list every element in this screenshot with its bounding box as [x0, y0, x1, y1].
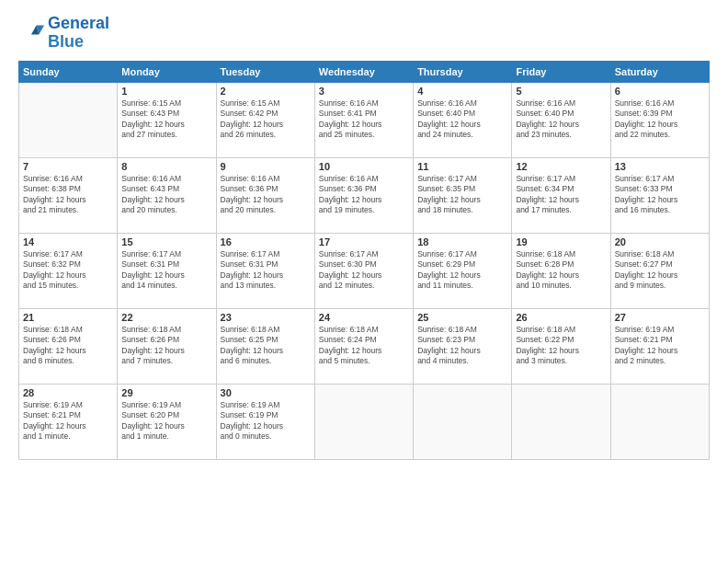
day-info: Sunrise: 6:15 AM Sunset: 6:42 PM Dayligh…: [221, 98, 311, 141]
calendar-cell: [512, 384, 610, 459]
calendar-cell: 4Sunrise: 6:16 AM Sunset: 6:40 PM Daylig…: [414, 82, 512, 157]
day-number: 2: [221, 86, 311, 97]
day-number: 3: [319, 86, 409, 97]
week-row-1: 7Sunrise: 6:16 AM Sunset: 6:38 PM Daylig…: [19, 157, 710, 233]
day-number: 29: [121, 387, 211, 398]
day-number: 10: [319, 161, 409, 172]
calendar-cell: 29Sunrise: 6:19 AM Sunset: 6:20 PM Dayli…: [118, 384, 216, 459]
calendar-cell: 28Sunrise: 6:19 AM Sunset: 6:21 PM Dayli…: [19, 384, 118, 459]
day-number: 19: [516, 236, 606, 247]
day-number: 16: [221, 236, 311, 247]
day-info: Sunrise: 6:18 AM Sunset: 6:27 PM Dayligh…: [615, 249, 705, 292]
day-number: 7: [23, 161, 113, 172]
day-number: 11: [417, 161, 507, 172]
day-info: Sunrise: 6:18 AM Sunset: 6:23 PM Dayligh…: [417, 325, 507, 367]
calendar-cell: 20Sunrise: 6:18 AM Sunset: 6:27 PM Dayli…: [610, 233, 709, 308]
calendar: SundayMondayTuesdayWednesdayThursdayFrid…: [18, 61, 710, 460]
day-info: Sunrise: 6:16 AM Sunset: 6:38 PM Dayligh…: [23, 174, 113, 216]
logo-text: General Blue: [48, 15, 109, 52]
day-info: Sunrise: 6:17 AM Sunset: 6:29 PM Dayligh…: [417, 249, 507, 292]
logo: General Blue: [18, 15, 109, 52]
day-header-tuesday: Tuesday: [216, 61, 314, 82]
calendar-cell: 6Sunrise: 6:16 AM Sunset: 6:39 PM Daylig…: [610, 82, 709, 157]
day-header-monday: Monday: [118, 61, 216, 82]
calendar-cell: 25Sunrise: 6:18 AM Sunset: 6:23 PM Dayli…: [414, 308, 512, 384]
day-info: Sunrise: 6:18 AM Sunset: 6:28 PM Dayligh…: [516, 249, 606, 292]
day-info: Sunrise: 6:19 AM Sunset: 6:21 PM Dayligh…: [23, 400, 113, 442]
day-info: Sunrise: 6:18 AM Sunset: 6:26 PM Dayligh…: [121, 325, 211, 367]
page: General Blue SundayMondayTuesdayWednesda…: [0, 0, 728, 563]
day-number: 5: [516, 86, 606, 97]
day-number: 21: [23, 312, 113, 323]
calendar-cell: 19Sunrise: 6:18 AM Sunset: 6:28 PM Dayli…: [512, 233, 610, 308]
day-info: Sunrise: 6:17 AM Sunset: 6:33 PM Dayligh…: [615, 174, 705, 216]
day-number: 15: [121, 236, 211, 247]
day-number: 27: [615, 312, 705, 323]
day-number: 26: [516, 312, 606, 323]
header: General Blue: [18, 15, 710, 52]
week-row-2: 14Sunrise: 6:17 AM Sunset: 6:32 PM Dayli…: [19, 233, 710, 308]
week-row-4: 28Sunrise: 6:19 AM Sunset: 6:21 PM Dayli…: [19, 384, 710, 459]
day-info: Sunrise: 6:17 AM Sunset: 6:35 PM Dayligh…: [417, 174, 507, 216]
calendar-cell: 24Sunrise: 6:18 AM Sunset: 6:24 PM Dayli…: [314, 308, 413, 384]
day-number: 9: [221, 161, 311, 172]
calendar-body: 1Sunrise: 6:15 AM Sunset: 6:43 PM Daylig…: [19, 82, 710, 459]
calendar-cell: 11Sunrise: 6:17 AM Sunset: 6:35 PM Dayli…: [414, 157, 512, 233]
day-number: 24: [319, 312, 409, 323]
calendar-cell: 13Sunrise: 6:17 AM Sunset: 6:33 PM Dayli…: [610, 157, 709, 233]
day-info: Sunrise: 6:15 AM Sunset: 6:43 PM Dayligh…: [121, 98, 211, 141]
calendar-cell: 30Sunrise: 6:19 AM Sunset: 6:19 PM Dayli…: [216, 384, 314, 459]
day-header-wednesday: Wednesday: [314, 61, 413, 82]
day-number: 8: [121, 161, 211, 172]
day-info: Sunrise: 6:16 AM Sunset: 6:43 PM Dayligh…: [121, 174, 211, 216]
day-header-friday: Friday: [512, 61, 610, 82]
day-info: Sunrise: 6:16 AM Sunset: 6:36 PM Dayligh…: [319, 174, 409, 216]
day-info: Sunrise: 6:16 AM Sunset: 6:36 PM Dayligh…: [221, 174, 311, 216]
calendar-cell: 1Sunrise: 6:15 AM Sunset: 6:43 PM Daylig…: [118, 82, 216, 157]
day-info: Sunrise: 6:18 AM Sunset: 6:26 PM Dayligh…: [23, 325, 113, 367]
calendar-cell: 22Sunrise: 6:18 AM Sunset: 6:26 PM Dayli…: [118, 308, 216, 384]
week-row-0: 1Sunrise: 6:15 AM Sunset: 6:43 PM Daylig…: [19, 82, 710, 157]
calendar-cell: [610, 384, 709, 459]
day-info: Sunrise: 6:16 AM Sunset: 6:39 PM Dayligh…: [615, 98, 705, 141]
day-header-thursday: Thursday: [414, 61, 512, 82]
day-info: Sunrise: 6:16 AM Sunset: 6:41 PM Dayligh…: [319, 98, 409, 141]
day-number: 14: [23, 236, 113, 247]
calendar-cell: 5Sunrise: 6:16 AM Sunset: 6:40 PM Daylig…: [512, 82, 610, 157]
calendar-cell: 21Sunrise: 6:18 AM Sunset: 6:26 PM Dayli…: [19, 308, 118, 384]
calendar-cell: 23Sunrise: 6:18 AM Sunset: 6:25 PM Dayli…: [216, 308, 314, 384]
calendar-cell: 15Sunrise: 6:17 AM Sunset: 6:31 PM Dayli…: [118, 233, 216, 308]
day-info: Sunrise: 6:18 AM Sunset: 6:25 PM Dayligh…: [221, 325, 311, 367]
calendar-cell: 9Sunrise: 6:16 AM Sunset: 6:36 PM Daylig…: [216, 157, 314, 233]
day-info: Sunrise: 6:16 AM Sunset: 6:40 PM Dayligh…: [516, 98, 606, 141]
logo-icon: [18, 20, 44, 46]
day-number: 4: [417, 86, 507, 97]
calendar-cell: 10Sunrise: 6:16 AM Sunset: 6:36 PM Dayli…: [314, 157, 413, 233]
day-number: 13: [615, 161, 705, 172]
calendar-cell: 17Sunrise: 6:17 AM Sunset: 6:30 PM Dayli…: [314, 233, 413, 308]
day-info: Sunrise: 6:16 AM Sunset: 6:40 PM Dayligh…: [417, 98, 507, 141]
day-number: 25: [417, 312, 507, 323]
day-number: 20: [615, 236, 705, 247]
week-row-3: 21Sunrise: 6:18 AM Sunset: 6:26 PM Dayli…: [19, 308, 710, 384]
day-number: 6: [615, 86, 705, 97]
day-number: 12: [516, 161, 606, 172]
day-info: Sunrise: 6:19 AM Sunset: 6:19 PM Dayligh…: [221, 400, 311, 442]
calendar-cell: 18Sunrise: 6:17 AM Sunset: 6:29 PM Dayli…: [414, 233, 512, 308]
calendar-cell: [314, 384, 413, 459]
day-header-saturday: Saturday: [610, 61, 709, 82]
day-info: Sunrise: 6:19 AM Sunset: 6:21 PM Dayligh…: [615, 325, 705, 367]
calendar-cell: [19, 82, 118, 157]
calendar-cell: 3Sunrise: 6:16 AM Sunset: 6:41 PM Daylig…: [314, 82, 413, 157]
day-number: 17: [319, 236, 409, 247]
day-info: Sunrise: 6:18 AM Sunset: 6:24 PM Dayligh…: [319, 325, 409, 367]
day-info: Sunrise: 6:17 AM Sunset: 6:31 PM Dayligh…: [221, 249, 311, 292]
calendar-cell: 12Sunrise: 6:17 AM Sunset: 6:34 PM Dayli…: [512, 157, 610, 233]
calendar-cell: 7Sunrise: 6:16 AM Sunset: 6:38 PM Daylig…: [19, 157, 118, 233]
day-number: 30: [221, 387, 311, 398]
day-info: Sunrise: 6:17 AM Sunset: 6:32 PM Dayligh…: [23, 249, 113, 292]
day-header-sunday: Sunday: [19, 61, 118, 82]
day-info: Sunrise: 6:18 AM Sunset: 6:22 PM Dayligh…: [516, 325, 606, 367]
calendar-cell: 8Sunrise: 6:16 AM Sunset: 6:43 PM Daylig…: [118, 157, 216, 233]
day-info: Sunrise: 6:17 AM Sunset: 6:31 PM Dayligh…: [121, 249, 211, 292]
